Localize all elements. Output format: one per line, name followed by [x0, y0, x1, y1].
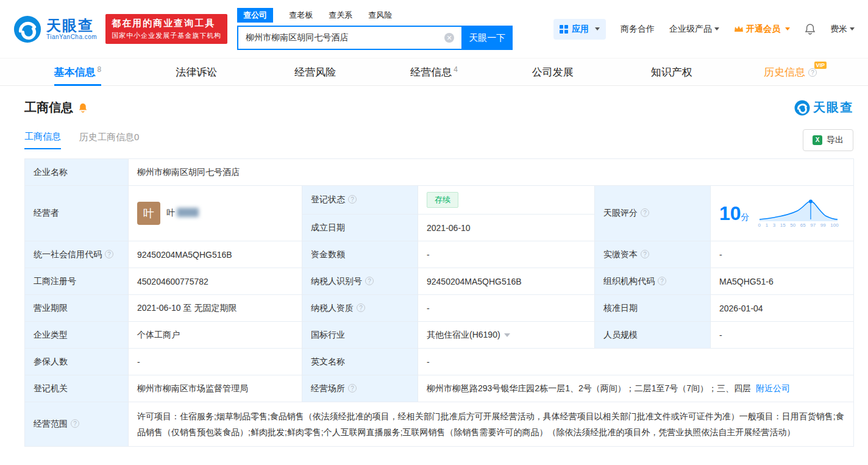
search-tab-relation[interactable]: 查关系	[329, 10, 352, 21]
search-tab-company[interactable]: 查公司	[237, 8, 273, 23]
business-term-value: 2021-06-10 至 无固定期限	[129, 295, 302, 322]
tab-operating-risk[interactable]: 经营风险	[256, 59, 375, 85]
export-button[interactable]: X 导出	[803, 129, 853, 151]
industry-dropdown[interactable]: 其他住宿业(H6190)	[427, 330, 510, 339]
subtab-business-info[interactable]: 工商信息	[24, 131, 61, 149]
tianyancha-logo[interactable]: 天眼查 TianYanCha.com	[13, 15, 97, 43]
help-icon[interactable]: ?	[641, 208, 649, 217]
operator-avatar: 叶	[137, 202, 160, 225]
nav-enterprise-products[interactable]: 企业级产品	[669, 24, 719, 35]
chevron-down-icon	[504, 333, 510, 337]
capital-value: -	[418, 241, 595, 268]
org-code-value: MA5QHG51-6	[711, 268, 854, 295]
chevron-down-icon	[850, 27, 855, 30]
notification-bell-icon[interactable]	[805, 23, 816, 35]
staff-size-label: 人员规模	[595, 322, 711, 349]
help-icon[interactable]: ?	[658, 277, 666, 285]
operator-label: 经营者	[25, 186, 129, 241]
table-row: 经营者 叶 叶 登记状态? 存续 天眼评分? 10分	[25, 186, 854, 215]
paid-capital-value: -	[711, 241, 854, 268]
help-icon[interactable]: ?	[357, 303, 365, 312]
help-icon[interactable]: ?	[808, 68, 817, 77]
staff-size-value: -	[711, 322, 854, 349]
score-number: 10	[719, 202, 741, 224]
establish-date-label: 成立日期	[302, 215, 418, 241]
logo-swirl-icon	[13, 15, 41, 43]
table-row: 工商注册号 450204600775782 纳税人识别号? 92450204MA…	[25, 268, 854, 295]
capital-label: 资金数额	[302, 241, 418, 268]
score-value: 10分 01 315 5065	[711, 186, 854, 241]
table-row: 企业名称 柳州市柳南区胡同七号酒店	[25, 159, 854, 186]
main-content: 工商信息 天眼查 工商信息 历史工商信息0 X 导出	[0, 99, 868, 447]
paid-capital-label: 实缴资本?	[595, 241, 711, 268]
english-name-value: -	[418, 349, 854, 375]
tab-legal-litigation[interactable]: 法律诉讼	[137, 59, 256, 85]
industry-label: 国标行业	[302, 322, 418, 349]
app-menu-button[interactable]: 应用	[553, 19, 606, 40]
top-nav: 应用 商务合作 企业级产品 开通会员 费米	[553, 19, 855, 40]
help-icon[interactable]: ?	[365, 277, 374, 285]
business-info-table: 企业名称 柳州市柳南区胡同七号酒店 经营者 叶 叶 登记状态? 存续 天眼评分?…	[24, 158, 854, 447]
promo-banner: 都在用的商业查询工具 国家中小企业发展子基金旗下机构	[105, 14, 227, 44]
app-menu-label: 应用	[572, 24, 589, 35]
masked-name	[177, 208, 199, 217]
section-title: 工商信息	[24, 99, 73, 116]
tab-company-development[interactable]: 公司发展	[493, 59, 612, 85]
registration-authority-value: 柳州市柳南区市场监督管理局	[129, 375, 302, 402]
company-name-value: 柳州市柳南区胡同七号酒店	[129, 159, 854, 186]
help-icon[interactable]: ?	[71, 419, 79, 428]
tab-intellectual-property[interactable]: 知识产权	[612, 59, 731, 85]
reg-status-value: 存续	[418, 186, 595, 215]
logo-swirl-icon	[794, 100, 810, 116]
user-menu[interactable]: 费米	[830, 24, 855, 35]
logo-brand-text: 天眼查	[46, 18, 97, 33]
subscribe-bell-icon[interactable]	[78, 102, 88, 113]
help-icon[interactable]: ?	[348, 195, 357, 204]
business-scope-value: 许可项目：住宿服务;烟草制品零售;食品销售（依法须经批准的项目，经相关部门批准后…	[129, 402, 854, 447]
search-area: 查公司 查老板 查关系 查风险 ✕ 天眼一下	[237, 8, 513, 50]
score-unit: 分	[741, 212, 750, 222]
uscc-label: 统一社会信用代码?	[25, 241, 129, 268]
company-detail-tabs: 基本信息8 法律诉讼 经营风险 经营信息4 公司发展 知识产权 历史信息? VI…	[0, 58, 868, 86]
establish-date-value: 2021-06-10	[418, 215, 595, 241]
operator-value: 叶 叶	[129, 186, 302, 241]
subtab-history-business-info[interactable]: 历史工商信息0	[79, 132, 139, 149]
search-input[interactable]	[237, 26, 461, 50]
approval-date-label: 核准日期	[595, 295, 711, 322]
crown-icon	[734, 25, 744, 33]
tab-history-info[interactable]: 历史信息? VIP	[731, 59, 850, 85]
premises-value: 柳州市柳邕路293号银华庄园2栋一层1、2号（两间）；二层1至7号（7间）；三、…	[418, 375, 854, 402]
company-name-label: 企业名称	[25, 159, 129, 186]
table-row: 登记机关 柳州市柳南区市场监督管理局 经营场所? 柳州市柳邕路293号银华庄园2…	[25, 375, 854, 402]
vip-badge: VIP	[814, 62, 827, 69]
search-tab-boss[interactable]: 查老板	[289, 10, 313, 21]
table-row: 企业类型 个体工商户 国标行业 其他住宿业(H6190) 人员规模 -	[25, 322, 854, 349]
table-row: 经营范围? 许可项目：住宿服务;烟草制品零售;食品销售（依法须经批准的项目，经相…	[25, 402, 854, 447]
chevron-down-icon	[714, 27, 719, 30]
reg-status-label: 登记状态?	[302, 186, 418, 215]
nav-cooperation[interactable]: 商务合作	[621, 24, 655, 35]
excel-icon: X	[813, 135, 822, 145]
uscc-value: 92450204MA5QHG516B	[129, 241, 302, 268]
help-icon[interactable]: ?	[641, 250, 649, 258]
score-distribution-chart: 01 315 5065 9799 100	[758, 199, 839, 228]
tab-operating-info[interactable]: 经营信息4	[375, 59, 494, 85]
score-label: 天眼评分?	[595, 186, 711, 241]
taxpayer-id-label: 纳税人识别号?	[302, 268, 418, 295]
operator-link[interactable]: 叶 叶	[137, 202, 293, 225]
nearby-companies-link[interactable]: 附近公司	[756, 383, 790, 393]
approval-date-value: 2026-01-04	[711, 295, 854, 322]
business-scope-label: 经营范围?	[25, 402, 129, 447]
tab-basic-info[interactable]: 基本信息8	[18, 59, 137, 85]
help-icon[interactable]: ?	[348, 384, 357, 392]
company-type-label: 企业类型	[25, 322, 129, 349]
open-vip-button[interactable]: 开通会员	[734, 24, 790, 35]
help-icon[interactable]: ?	[105, 250, 113, 258]
status-badge: 存续	[427, 192, 458, 208]
table-row: 统一社会信用代码? 92450204MA5QHG516B 资金数额 - 实缴资本…	[25, 241, 854, 268]
search-button[interactable]: 天眼一下	[461, 26, 513, 50]
top-bar: 天眼查 TianYanCha.com 都在用的商业查询工具 国家中小企业发展子基…	[0, 0, 868, 58]
search-tab-risk[interactable]: 查风险	[368, 10, 392, 21]
business-term-label: 营业期限	[25, 295, 129, 322]
company-type-value: 个体工商户	[129, 322, 302, 349]
